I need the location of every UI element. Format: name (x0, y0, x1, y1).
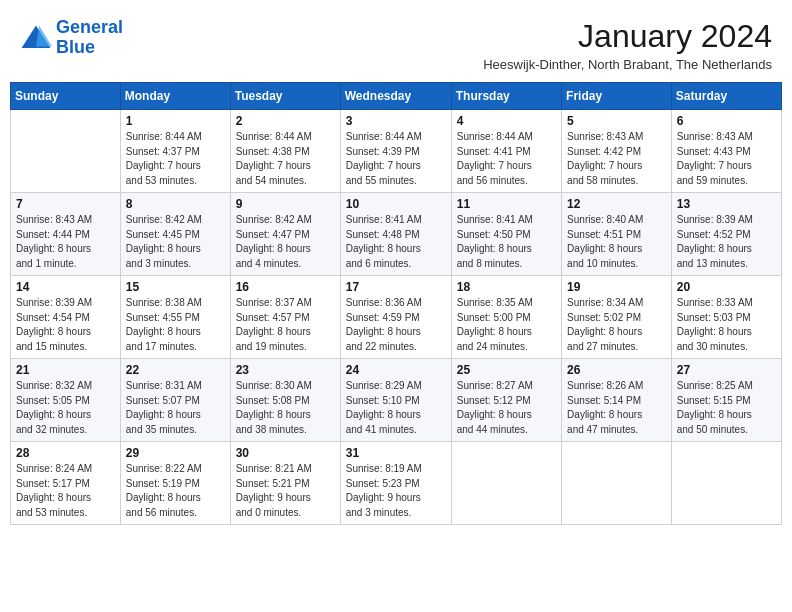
calendar-cell (451, 442, 561, 525)
calendar-cell: 10Sunrise: 8:41 AMSunset: 4:48 PMDayligh… (340, 193, 451, 276)
calendar-cell: 25Sunrise: 8:27 AMSunset: 5:12 PMDayligh… (451, 359, 561, 442)
day-number: 13 (677, 197, 776, 211)
day-number: 5 (567, 114, 666, 128)
weekday-header-sunday: Sunday (11, 83, 121, 110)
day-number: 9 (236, 197, 335, 211)
month-title: January 2024 (483, 18, 772, 55)
day-info: Sunrise: 8:33 AMSunset: 5:03 PMDaylight:… (677, 296, 776, 354)
calendar-cell (671, 442, 781, 525)
weekday-header-saturday: Saturday (671, 83, 781, 110)
day-number: 11 (457, 197, 556, 211)
calendar-week-row: 7Sunrise: 8:43 AMSunset: 4:44 PMDaylight… (11, 193, 782, 276)
day-number: 23 (236, 363, 335, 377)
calendar-cell: 16Sunrise: 8:37 AMSunset: 4:57 PMDayligh… (230, 276, 340, 359)
day-number: 27 (677, 363, 776, 377)
calendar-week-row: 28Sunrise: 8:24 AMSunset: 5:17 PMDayligh… (11, 442, 782, 525)
day-info: Sunrise: 8:43 AMSunset: 4:43 PMDaylight:… (677, 130, 776, 188)
calendar-cell: 8Sunrise: 8:42 AMSunset: 4:45 PMDaylight… (120, 193, 230, 276)
logo-line1: General (56, 17, 123, 37)
day-number: 20 (677, 280, 776, 294)
day-number: 7 (16, 197, 115, 211)
day-info: Sunrise: 8:29 AMSunset: 5:10 PMDaylight:… (346, 379, 446, 437)
day-number: 1 (126, 114, 225, 128)
day-info: Sunrise: 8:44 AMSunset: 4:38 PMDaylight:… (236, 130, 335, 188)
calendar-cell: 5Sunrise: 8:43 AMSunset: 4:42 PMDaylight… (562, 110, 672, 193)
day-number: 31 (346, 446, 446, 460)
day-info: Sunrise: 8:27 AMSunset: 5:12 PMDaylight:… (457, 379, 556, 437)
day-info: Sunrise: 8:42 AMSunset: 4:45 PMDaylight:… (126, 213, 225, 271)
calendar-cell: 6Sunrise: 8:43 AMSunset: 4:43 PMDaylight… (671, 110, 781, 193)
day-info: Sunrise: 8:44 AMSunset: 4:39 PMDaylight:… (346, 130, 446, 188)
day-info: Sunrise: 8:38 AMSunset: 4:55 PMDaylight:… (126, 296, 225, 354)
day-info: Sunrise: 8:21 AMSunset: 5:21 PMDaylight:… (236, 462, 335, 520)
calendar-cell: 22Sunrise: 8:31 AMSunset: 5:07 PMDayligh… (120, 359, 230, 442)
day-number: 3 (346, 114, 446, 128)
calendar-cell: 19Sunrise: 8:34 AMSunset: 5:02 PMDayligh… (562, 276, 672, 359)
day-info: Sunrise: 8:39 AMSunset: 4:52 PMDaylight:… (677, 213, 776, 271)
day-number: 22 (126, 363, 225, 377)
calendar-cell: 12Sunrise: 8:40 AMSunset: 4:51 PMDayligh… (562, 193, 672, 276)
calendar-cell: 21Sunrise: 8:32 AMSunset: 5:05 PMDayligh… (11, 359, 121, 442)
calendar-cell: 17Sunrise: 8:36 AMSunset: 4:59 PMDayligh… (340, 276, 451, 359)
calendar-cell: 26Sunrise: 8:26 AMSunset: 5:14 PMDayligh… (562, 359, 672, 442)
calendar-cell: 20Sunrise: 8:33 AMSunset: 5:03 PMDayligh… (671, 276, 781, 359)
day-number: 16 (236, 280, 335, 294)
calendar-cell: 27Sunrise: 8:25 AMSunset: 5:15 PMDayligh… (671, 359, 781, 442)
day-info: Sunrise: 8:31 AMSunset: 5:07 PMDaylight:… (126, 379, 225, 437)
day-info: Sunrise: 8:43 AMSunset: 4:44 PMDaylight:… (16, 213, 115, 271)
day-number: 17 (346, 280, 446, 294)
day-info: Sunrise: 8:22 AMSunset: 5:19 PMDaylight:… (126, 462, 225, 520)
calendar-cell: 7Sunrise: 8:43 AMSunset: 4:44 PMDaylight… (11, 193, 121, 276)
title-block: January 2024 Heeswijk-Dinther, North Bra… (483, 18, 772, 72)
calendar-cell: 14Sunrise: 8:39 AMSunset: 4:54 PMDayligh… (11, 276, 121, 359)
day-info: Sunrise: 8:40 AMSunset: 4:51 PMDaylight:… (567, 213, 666, 271)
day-number: 19 (567, 280, 666, 294)
day-info: Sunrise: 8:43 AMSunset: 4:42 PMDaylight:… (567, 130, 666, 188)
day-number: 6 (677, 114, 776, 128)
location-subtitle: Heeswijk-Dinther, North Brabant, The Net… (483, 57, 772, 72)
calendar-cell: 31Sunrise: 8:19 AMSunset: 5:23 PMDayligh… (340, 442, 451, 525)
calendar-cell: 3Sunrise: 8:44 AMSunset: 4:39 PMDaylight… (340, 110, 451, 193)
day-info: Sunrise: 8:34 AMSunset: 5:02 PMDaylight:… (567, 296, 666, 354)
day-info: Sunrise: 8:24 AMSunset: 5:17 PMDaylight:… (16, 462, 115, 520)
calendar-cell: 11Sunrise: 8:41 AMSunset: 4:50 PMDayligh… (451, 193, 561, 276)
day-number: 25 (457, 363, 556, 377)
calendar-cell: 9Sunrise: 8:42 AMSunset: 4:47 PMDaylight… (230, 193, 340, 276)
weekday-header-monday: Monday (120, 83, 230, 110)
day-number: 26 (567, 363, 666, 377)
calendar-week-row: 1Sunrise: 8:44 AMSunset: 4:37 PMDaylight… (11, 110, 782, 193)
weekday-header-thursday: Thursday (451, 83, 561, 110)
day-info: Sunrise: 8:35 AMSunset: 5:00 PMDaylight:… (457, 296, 556, 354)
calendar-cell: 30Sunrise: 8:21 AMSunset: 5:21 PMDayligh… (230, 442, 340, 525)
day-number: 4 (457, 114, 556, 128)
calendar-cell: 18Sunrise: 8:35 AMSunset: 5:00 PMDayligh… (451, 276, 561, 359)
day-info: Sunrise: 8:19 AMSunset: 5:23 PMDaylight:… (346, 462, 446, 520)
day-info: Sunrise: 8:30 AMSunset: 5:08 PMDaylight:… (236, 379, 335, 437)
day-info: Sunrise: 8:39 AMSunset: 4:54 PMDaylight:… (16, 296, 115, 354)
day-number: 15 (126, 280, 225, 294)
day-number: 8 (126, 197, 225, 211)
day-info: Sunrise: 8:44 AMSunset: 4:41 PMDaylight:… (457, 130, 556, 188)
page-header: General Blue January 2024 Heeswijk-Dinth… (10, 10, 782, 76)
day-info: Sunrise: 8:32 AMSunset: 5:05 PMDaylight:… (16, 379, 115, 437)
calendar-cell: 4Sunrise: 8:44 AMSunset: 4:41 PMDaylight… (451, 110, 561, 193)
day-number: 2 (236, 114, 335, 128)
calendar-cell: 15Sunrise: 8:38 AMSunset: 4:55 PMDayligh… (120, 276, 230, 359)
day-number: 12 (567, 197, 666, 211)
day-info: Sunrise: 8:36 AMSunset: 4:59 PMDaylight:… (346, 296, 446, 354)
logo: General Blue (20, 18, 123, 58)
calendar-cell: 13Sunrise: 8:39 AMSunset: 4:52 PMDayligh… (671, 193, 781, 276)
day-info: Sunrise: 8:41 AMSunset: 4:48 PMDaylight:… (346, 213, 446, 271)
calendar-cell: 24Sunrise: 8:29 AMSunset: 5:10 PMDayligh… (340, 359, 451, 442)
day-number: 24 (346, 363, 446, 377)
day-number: 10 (346, 197, 446, 211)
calendar-cell: 28Sunrise: 8:24 AMSunset: 5:17 PMDayligh… (11, 442, 121, 525)
svg-marker-1 (36, 25, 52, 46)
calendar-table: SundayMondayTuesdayWednesdayThursdayFrid… (10, 82, 782, 525)
day-number: 14 (16, 280, 115, 294)
calendar-cell: 23Sunrise: 8:30 AMSunset: 5:08 PMDayligh… (230, 359, 340, 442)
day-info: Sunrise: 8:41 AMSunset: 4:50 PMDaylight:… (457, 213, 556, 271)
day-info: Sunrise: 8:37 AMSunset: 4:57 PMDaylight:… (236, 296, 335, 354)
day-info: Sunrise: 8:42 AMSunset: 4:47 PMDaylight:… (236, 213, 335, 271)
calendar-cell: 29Sunrise: 8:22 AMSunset: 5:19 PMDayligh… (120, 442, 230, 525)
